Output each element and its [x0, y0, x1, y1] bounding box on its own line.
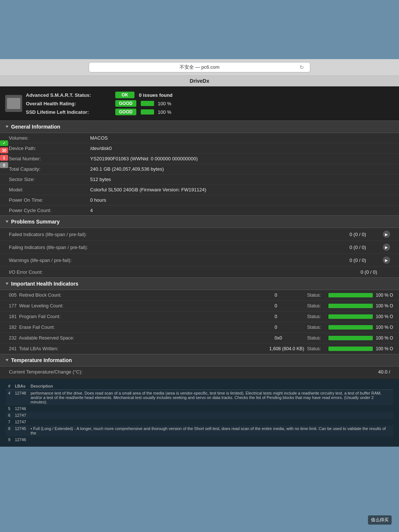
general-info-table: Volumes: MACOS Device Path: /dev/disk0 S… — [0, 133, 399, 215]
temperature-header[interactable]: Temperature Information — [0, 354, 399, 366]
problem-arrow-0[interactable]: ▶ — [383, 231, 390, 238]
health-val-177: 0 — [274, 303, 304, 308]
health-bar-fill-232 — [328, 336, 373, 340]
col-desc: Description — [28, 383, 393, 390]
temperature-title: Temperature Information — [11, 357, 72, 363]
self-test-num-3: 7 — [6, 419, 13, 425]
problem-label-1: Failing Indicators (life-span / pre-fail… — [9, 245, 346, 250]
temperature-triangle — [6, 359, 8, 361]
problems-triangle — [6, 221, 8, 223]
health-row-005: 005 Retired Block Count: 0 Status: 100 %… — [0, 290, 399, 301]
health-bar-005 — [328, 293, 373, 297]
problem-arrow-2[interactable]: ▶ — [383, 256, 390, 264]
self-test-lba-0: 12748 — [13, 390, 28, 406]
health-status-label-005: Status: — [307, 293, 325, 298]
ssd-lifetime-detail: 100 % — [141, 109, 173, 115]
general-info-header[interactable]: General Information — [0, 120, 399, 133]
self-test-desc-4: • Full (Long / Extended) - A longer, muc… — [28, 425, 393, 436]
health-row-232: 232 Available Reserved Space: 0x0 Status… — [0, 333, 399, 344]
self-tests-section: # LBAs Description 4 12748 performance t… — [0, 379, 399, 447]
info-val-power-on-time: 0 hours — [90, 197, 106, 203]
problem-label-0: Failed Indicators (life-span / pre-fail)… — [9, 232, 346, 237]
health-row-182: 182 Erase Fail Count: 0 Status: 100 % O — [0, 322, 399, 333]
info-row-volumes: Volumes: MACOS — [0, 133, 399, 143]
health-label-181: 181 Program Fail Count: — [9, 314, 272, 319]
health-val-241: 1,608 (804.0 KB) — [269, 346, 304, 351]
col-lba: LBAs — [13, 383, 28, 390]
address-text: 不安全 — pc6.com — [180, 64, 219, 70]
health-indicators-header[interactable]: Important Health Indicators — [0, 277, 399, 290]
problem-row-0: Failed Indicators (life-span / pre-fail)… — [0, 228, 399, 241]
problems-summary-header[interactable]: Problems Summary — [0, 215, 399, 228]
problem-label-2: Warnings (life-span / pre-fail): — [9, 258, 346, 263]
self-test-lba-3: 12747 — [13, 419, 28, 425]
self-test-desc-1 — [28, 405, 393, 412]
health-val-181: 0 — [274, 314, 304, 319]
health-rating-label: Overall Health Rating: — [26, 101, 111, 106]
smart-status-detail: 0 issues found — [139, 92, 173, 98]
self-test-row-2: 6 12747 — [6, 412, 393, 419]
self-test-num-5: 9 — [6, 436, 13, 443]
health-bar-fill-005 — [328, 293, 373, 297]
health-row-241: 241 Total LBAs Written: 1,608 (804.0 KB)… — [0, 344, 399, 354]
issues-text: 0 issues found — [139, 92, 173, 98]
health-rating-fill — [141, 101, 154, 106]
self-test-lba-4: 12745 — [13, 425, 28, 436]
info-row-power-cycle-count: Power Cycle Count: 4 — [0, 205, 399, 215]
problem-arrow-1[interactable]: ▶ — [383, 243, 390, 251]
self-test-lba-5: 12746 — [13, 436, 28, 443]
self-test-desc-2 — [28, 412, 393, 419]
self-test-row-5: 9 12746 — [6, 436, 393, 443]
self-test-num-0: 4 — [6, 390, 13, 406]
sidebar-badge-0: 0 — [0, 162, 8, 168]
health-rating-detail: 100 % — [141, 101, 173, 106]
info-key-serial: Serial Number: — [9, 156, 90, 161]
health-status-label-181: Status: — [307, 314, 325, 319]
app-titlebar: DriveDx — [0, 76, 399, 86]
info-key-sector-size: Sector Size: — [9, 177, 90, 182]
health-status-label-241: Status: — [307, 346, 325, 351]
problem-val-1: 0 (0 / 0) — [349, 245, 379, 250]
problem-label-3: I/O Error Count: — [9, 269, 357, 275]
health-label-182: 182 Erase Fail Count: — [9, 325, 272, 330]
info-row-capacity: Total Capacity: 240.1 GB (240,057,409,53… — [0, 164, 399, 174]
refresh-icon[interactable]: ↻ — [300, 64, 304, 70]
self-test-num-4: 8 — [6, 425, 13, 436]
info-val-serial: YS201990F01063 (WWNid: 0 000000 00000000… — [90, 156, 198, 161]
info-row-power-on-time: Power On Time: 0 hours — [0, 195, 399, 205]
health-row-181: 181 Program Fail Count: 0 Status: 100 % … — [0, 311, 399, 322]
health-val-182: 0 — [274, 325, 304, 330]
general-info-title: General Information — [11, 124, 60, 130]
health-rating-pct: 100 % — [158, 101, 173, 106]
self-tests-table: # LBAs Description 4 12748 performance t… — [6, 383, 393, 443]
health-bar-fill-181 — [328, 314, 373, 319]
drive-icon-inner — [7, 98, 20, 109]
health-bar-fill-241 — [328, 347, 373, 351]
temperature-row: Current Temperature/Change (°C): 40.0 / — [0, 366, 399, 378]
ssd-lifetime-pct: 100 % — [158, 109, 173, 115]
smart-status-badge: OK — [115, 92, 134, 98]
info-row-model: Model: Colorful SL500 240GB (Firmware Ve… — [0, 185, 399, 195]
col-num: # — [6, 383, 13, 390]
info-key-device-path: Device Path: — [9, 146, 90, 151]
address-bar[interactable]: 不安全 — pc6.com ↻ — [89, 62, 310, 72]
health-bar-182 — [328, 325, 373, 330]
health-pct-177: 100 % O — [376, 303, 393, 308]
health-indicators-triangle — [6, 283, 8, 285]
info-val-capacity: 240.1 GB (240,057,409,536 bytes) — [90, 166, 164, 172]
temperature-label: Current Temperature/Change (°C): — [9, 369, 374, 375]
info-row-serial: Serial Number: YS201990F01063 (WWNid: 0 … — [0, 154, 399, 164]
health-label-232: 232 Available Reserved Space: — [9, 335, 272, 341]
browser-chrome: 不安全 — pc6.com ↻ — [0, 59, 399, 76]
health-label-005: 005 Retired Block Count: — [9, 293, 272, 298]
health-status-label-232: Status: — [307, 335, 325, 341]
info-val-power-cycle-count: 4 — [90, 208, 93, 213]
health-status-label-177: Status: — [307, 303, 325, 308]
problems-table: Failed Indicators (life-span / pre-fail)… — [0, 228, 399, 277]
self-test-desc-3 — [28, 419, 393, 425]
info-row-device-path: Device Path: /dev/disk0 — [0, 143, 399, 154]
ssd-lifetime-badge: GOOD — [115, 109, 136, 115]
sidebar-checkmark: ✓ — [0, 140, 8, 146]
info-key-volumes: Volumes: — [9, 135, 90, 141]
info-key-capacity: Total Capacity: — [9, 166, 90, 172]
